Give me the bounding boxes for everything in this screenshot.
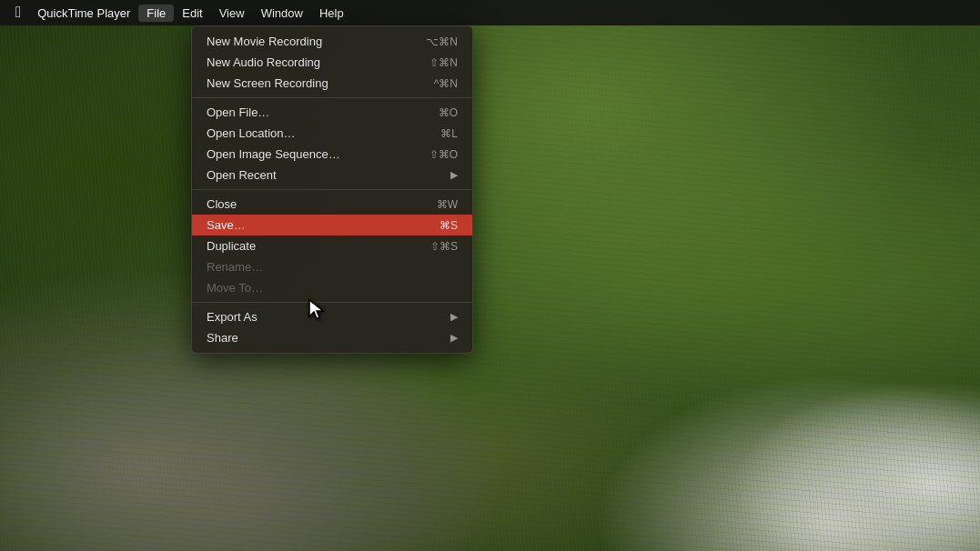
menu-item-move-to[interactable]: Move To… <box>192 277 472 298</box>
menu-item-label: Rename… <box>207 260 458 274</box>
menu-item-label: New Movie Recording <box>207 35 408 48</box>
menu-item-label: Open Recent <box>207 168 447 182</box>
menu-item-label: Open Image Sequence… <box>207 147 411 161</box>
menubar-help[interactable]: Help <box>311 5 352 22</box>
menu-item-shortcut: ⇧⌘N <box>429 56 458 69</box>
menu-item-open-recent[interactable]: Open Recent ▶ <box>192 165 472 185</box>
menu-item-label: Export As <box>207 310 447 324</box>
menu-item-label: New Screen Recording <box>207 76 416 90</box>
separator-2 <box>192 189 472 190</box>
menubar-window[interactable]: Window <box>253 5 311 22</box>
menu-item-open-location[interactable]: Open Location… ⌘L <box>192 123 472 144</box>
menu-item-shortcut: ⌥⌘N <box>426 35 458 48</box>
background <box>0 0 980 551</box>
apple-menu[interactable]:  <box>7 2 29 24</box>
menu-item-label: Save… <box>207 218 421 232</box>
menu-item-new-audio-recording[interactable]: New Audio Recording ⇧⌘N <box>192 52 472 73</box>
menu-item-label: Duplicate <box>207 239 412 253</box>
menu-item-label: Open Location… <box>207 126 422 140</box>
menubar:  QuickTime Player File Edit View Window… <box>0 0 980 25</box>
menubar-file[interactable]: File <box>138 5 174 22</box>
file-menu-dropdown: New Movie Recording ⌥⌘N New Audio Record… <box>191 25 473 354</box>
menu-item-new-movie-recording[interactable]: New Movie Recording ⌥⌘N <box>192 31 472 52</box>
submenu-arrow-icon: ▶ <box>450 332 458 344</box>
menubar-edit[interactable]: Edit <box>174 5 210 22</box>
menu-item-shortcut: ⇧⌘O <box>429 148 458 161</box>
separator-1 <box>192 97 472 98</box>
menu-item-shortcut: ⌘L <box>440 127 458 140</box>
menu-item-shortcut: ⌘S <box>439 219 458 232</box>
menu-item-rename[interactable]: Rename… <box>192 256 472 277</box>
submenu-arrow-icon: ▶ <box>450 311 458 323</box>
menu-item-duplicate[interactable]: Duplicate ⇧⌘S <box>192 235 472 256</box>
menu-item-label: Move To… <box>207 281 458 295</box>
menu-item-label: Close <box>207 197 419 211</box>
menu-item-share[interactable]: Share ▶ <box>192 327 472 348</box>
menu-item-save[interactable]: Save… ⌘S <box>192 215 472 235</box>
menu-item-open-file[interactable]: Open File… ⌘O <box>192 102 472 123</box>
menu-item-label: New Audio Recording <box>207 55 411 69</box>
menu-item-new-screen-recording[interactable]: New Screen Recording ^⌘N <box>192 73 472 94</box>
separator-3 <box>192 302 472 303</box>
submenu-arrow-icon: ▶ <box>450 169 458 181</box>
menu-item-export-as[interactable]: Export As ▶ <box>192 306 472 327</box>
menu-item-label: Share <box>207 331 447 345</box>
menu-item-shortcut: ⌘W <box>437 198 458 211</box>
menu-item-close[interactable]: Close ⌘W <box>192 194 472 215</box>
menu-item-shortcut: ⌘O <box>439 106 458 119</box>
menu-item-shortcut: ⇧⌘S <box>430 240 458 253</box>
menubar-app-name[interactable]: QuickTime Player <box>29 5 138 22</box>
menu-item-label: Open File… <box>207 105 420 119</box>
menu-item-open-image-sequence[interactable]: Open Image Sequence… ⇧⌘O <box>192 144 472 165</box>
menubar-view[interactable]: View <box>211 5 253 22</box>
menu-item-shortcut: ^⌘N <box>434 77 458 90</box>
